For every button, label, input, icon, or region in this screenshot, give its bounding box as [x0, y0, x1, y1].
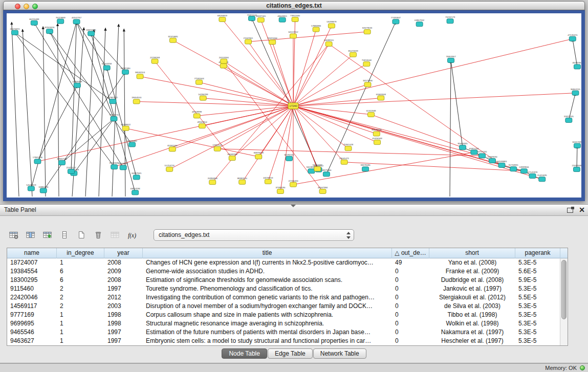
column-header-pagerank[interactable]: pagerank [515, 248, 560, 258]
table-row[interactable]: 1872400712008Changes of HCN gene express… [7, 258, 568, 267]
graph-node[interactable]: 47135670 [568, 34, 578, 41]
graph-node[interactable]: 66292155 [284, 154, 294, 161]
graph-node[interactable]: 77435847 [391, 16, 401, 24]
tab-node-table[interactable]: Node Table [222, 348, 267, 359]
column-header-out_degree[interactable]: △ out_de… [392, 248, 429, 258]
import-table-button[interactable] [41, 229, 54, 241]
table-row[interactable]: 2242004622012Investigating the contribut… [7, 293, 568, 302]
graph-node[interactable]: 76223869 [56, 16, 66, 24]
graph-node[interactable]: 89840746 [57, 158, 67, 165]
table-row[interactable]: 946554611997Estimation of the future num… [7, 328, 568, 337]
graph-node[interactable]: 75941028 [343, 143, 354, 151]
graph-node[interactable]: 70656044 [362, 59, 372, 67]
delete-table-button[interactable] [92, 229, 105, 241]
graph-node[interactable]: 92370885 [168, 35, 178, 43]
graph-node[interactable]: 64122552 [288, 31, 298, 38]
graph-node[interactable]: 17912135 [212, 144, 223, 151]
graph-node[interactable]: 16880236 [38, 186, 49, 193]
graph-node[interactable]: 52040619 [26, 184, 36, 191]
graph-node[interactable]: 60837665 [132, 172, 142, 180]
graph-node[interactable]: 48443811 [277, 15, 287, 23]
graph-node[interactable]: 58379460 [321, 169, 332, 177]
graph-node[interactable]: 63238922 [121, 123, 131, 131]
graph-node[interactable]: 44614184 [130, 187, 141, 195]
graph-node[interactable]: 37399290 [275, 186, 286, 194]
table-row[interactable]: 911546021997Tourette syndrome. Phenomeno… [7, 285, 568, 293]
table-options-button[interactable] [7, 229, 20, 241]
network-selector[interactable]: citations_edges.txt [154, 229, 354, 241]
graph-node[interactable]: 75972144 [247, 14, 257, 21]
graph-node[interactable]: 93420064 [268, 37, 278, 45]
graph-node[interactable]: 61843308 [376, 93, 386, 101]
graph-node[interactable]: 14296789 [198, 93, 208, 101]
graph-node[interactable]: 68190819 [217, 14, 228, 22]
table-row[interactable]: 969969511998Structural magnetic resonanc… [7, 319, 568, 328]
graph-node[interactable]: 34573466 [363, 79, 373, 87]
graph-node[interactable]: 44239053 [263, 177, 273, 184]
table-row[interactable]: 1938455462009Genome-wide association stu… [7, 267, 568, 276]
float-panel-icon[interactable] [567, 207, 574, 213]
graph-node[interactable]: 88383130 [237, 177, 248, 185]
graph-node[interactable]: 84876678 [254, 151, 264, 159]
close-panel-icon[interactable]: ✕ [579, 206, 585, 213]
table-row[interactable]: 1456911722003Disruption of a novel membe… [7, 302, 568, 311]
graph-node[interactable]: 18404500 [132, 96, 142, 104]
graph-node[interactable]: 82303416 [45, 26, 55, 34]
column-header-in_degree[interactable]: in_degree [57, 248, 104, 258]
column-header-title[interactable]: title [143, 248, 392, 258]
table-scrollbar[interactable] [560, 258, 568, 345]
graph-node[interactable]: 22333309 [72, 80, 82, 88]
graph-node[interactable]: 55753719 [165, 164, 175, 172]
network-canvas[interactable]: 7680390785684935659512615371723115669094… [7, 13, 581, 198]
graph-node[interactable]: 46567984 [318, 186, 328, 194]
graph-node[interactable]: 96802231 [571, 88, 581, 96]
graph-node[interactable]: 48108999 [192, 111, 202, 118]
graph-node[interactable]: 76803907 [446, 55, 456, 63]
graph-node[interactable]: 22238268 [150, 56, 160, 64]
graph-node[interactable]: 65456569 [373, 137, 383, 145]
graph-node[interactable]: 77317070 [109, 114, 119, 121]
column-header-short[interactable]: short [429, 248, 515, 258]
memory-ok-indicator[interactable] [580, 365, 585, 370]
graph-node[interactable]: 15608606 [118, 162, 128, 170]
graph-node[interactable]: 98378086 [361, 164, 371, 171]
panel-splitter-handle[interactable] [291, 205, 296, 207]
table-scrollbar-thumb[interactable] [561, 260, 567, 319]
graph-node[interactable]: 20990806 [208, 177, 218, 185]
graph-node[interactable]: 82679633 [362, 27, 373, 34]
graph-node[interactable]: 60164358 [102, 62, 112, 70]
graph-node[interactable]: 21167661 [244, 37, 253, 45]
graph-node[interactable]: 91758991 [509, 164, 519, 171]
column-header-name[interactable]: name [7, 248, 57, 258]
graph-node[interactable]: 40502767 [72, 16, 82, 24]
function-builder-button[interactable]: f(x) [125, 229, 139, 241]
graph-node[interactable]: 64088555 [324, 39, 334, 47]
table-row[interactable]: 946362711997Embryonic stem cells: a mode… [7, 337, 568, 345]
graph-node[interactable]: 22746434 [288, 180, 298, 187]
graph-node[interactable]: 17240 [288, 103, 298, 109]
window-titlebar[interactable]: citations_edges.txt [3, 1, 585, 10]
graph-node[interactable]: 59299879 [326, 20, 337, 28]
close-window-button[interactable] [15, 4, 20, 9]
graph-node[interactable]: 77592063 [194, 77, 204, 85]
graph-node[interactable]: 69097065 [256, 15, 266, 22]
graph-node[interactable]: 15420695 [537, 174, 548, 182]
column-header-year[interactable]: year [104, 248, 143, 258]
minimize-window-button[interactable] [24, 4, 29, 9]
table-row[interactable]: 1830029562008Estimation of significance … [7, 276, 568, 285]
graph-node[interactable]: 77987422 [108, 96, 118, 104]
graph-node[interactable]: 21633349 [572, 164, 581, 172]
graph-node[interactable]: 85684935 [458, 142, 468, 150]
graph-node[interactable]: 85073339 [348, 50, 358, 57]
graph-node[interactable]: 81679248 [372, 128, 382, 136]
row-tools-button[interactable] [58, 229, 71, 241]
graph-node[interactable]: 34068339 [227, 153, 237, 161]
graph-node[interactable]: 57883984 [311, 25, 321, 32]
graph-node[interactable]: 49563914 [197, 121, 207, 128]
show-columns-button[interactable] [24, 229, 37, 241]
create-table-button[interactable] [75, 229, 88, 241]
graph-node[interactable]: 40095941 [572, 61, 581, 69]
graph-node[interactable]: 73232179 [445, 16, 455, 24]
graph-node[interactable]: 17865146 [33, 156, 43, 164]
graph-node[interactable]: 66255088 [29, 18, 39, 26]
